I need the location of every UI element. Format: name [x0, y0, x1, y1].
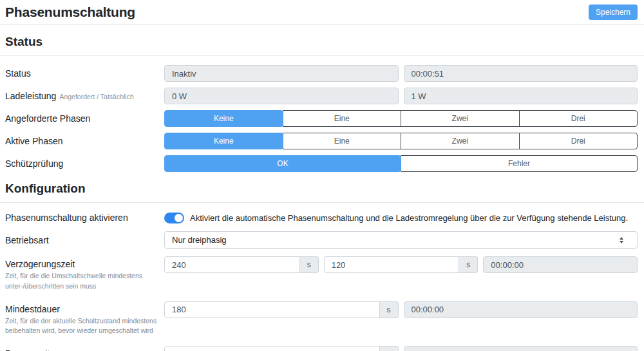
delay-time-label: Verzögerungszeit: [5, 259, 164, 269]
active-phases-option-eine[interactable]: Eine: [283, 133, 402, 149]
contactor-check-group: OK Fehler: [164, 155, 638, 172]
page-header: Phasenumschaltung Speichern: [0, 0, 644, 20]
operating-mode-select[interactable]: Nur dreiphasig: [164, 231, 638, 249]
enable-label: Phasenumschaltung aktivieren: [5, 213, 128, 223]
min-duration-unit: s: [380, 301, 399, 318]
power-actual-field: [404, 88, 638, 104]
delay-timer-field: [483, 256, 638, 273]
pause-time-row: Pausenzeit s: [5, 346, 638, 351]
status-row: Status: [5, 65, 638, 82]
min-duration-label: Mindestdauer: [5, 304, 164, 314]
min-duration-timer-field: [404, 301, 638, 318]
contactor-check-row: Schützprüfung OK Fehler: [5, 155, 638, 172]
contactor-check-label-cell: Schützprüfung: [5, 158, 164, 169]
operating-mode-value: Nur dreiphasig: [172, 235, 227, 245]
contactor-check-label: Schützprüfung: [5, 158, 63, 169]
delay-down-input[interactable]: [324, 256, 460, 273]
operating-mode-label-cell: Betriebsart: [5, 234, 164, 246]
toggle-knob-icon: [175, 214, 183, 222]
requested-phases-option-zwei[interactable]: Zwei: [401, 110, 520, 127]
page-title: Phasenumschaltung: [5, 5, 135, 20]
min-duration-help: Zeit, für die der aktuelle Schaltzustand…: [5, 316, 160, 337]
pause-time-input-group: s: [164, 346, 399, 351]
requested-phases-option-keine[interactable]: Keine: [164, 110, 283, 127]
config-section: Phasenumschaltung aktivieren Aktiviert d…: [0, 203, 644, 351]
delay-down-input-group: s: [324, 256, 478, 273]
requested-phases-label-cell: Angeforderte Phasen: [5, 113, 164, 124]
charging-power-label: Ladeleistung: [5, 91, 56, 101]
delay-down-unit: s: [459, 256, 478, 273]
pause-time-unit: s: [380, 346, 399, 351]
status-timer-field: [404, 65, 638, 82]
min-duration-label-cell: Mindestdauer Zeit, für die der aktuelle …: [5, 301, 164, 337]
config-section-title: Konfiguration: [5, 182, 638, 196]
pause-time-timer-field: [404, 346, 638, 351]
select-arrows-icon: [620, 237, 623, 243]
contactor-check-option-ok[interactable]: OK: [164, 155, 401, 172]
contactor-check-option-fehler[interactable]: Fehler: [401, 155, 638, 172]
active-phases-option-zwei[interactable]: Zwei: [401, 133, 520, 149]
active-phases-label: Aktive Phasen: [5, 136, 63, 146]
charging-power-row: LadeleistungAngefordert / Tatsächlich: [5, 88, 638, 104]
min-duration-row: Mindestdauer Zeit, für die der aktuelle …: [5, 301, 638, 337]
power-requested-field: [164, 88, 399, 104]
delay-time-row: Verzögerungszeit Zeit, für die die Umsch…: [5, 256, 638, 292]
enable-row: Phasenumschaltung aktivieren Aktiviert d…: [5, 212, 638, 223]
requested-phases-option-drei[interactable]: Drei: [519, 110, 638, 127]
charging-power-sublabel: Angefordert / Tatsächlich: [59, 93, 133, 100]
status-section-title: Status: [5, 35, 638, 49]
status-label-cell: Status: [5, 68, 164, 79]
requested-phases-option-eine[interactable]: Eine: [283, 110, 402, 127]
requested-phases-label: Angeforderte Phasen: [5, 113, 90, 124]
operating-mode-row: Betriebsart Nur dreiphasig: [5, 231, 638, 249]
requested-phases-group: Keine Eine Zwei Drei: [164, 110, 638, 127]
status-value-field: [164, 65, 399, 82]
requested-phases-row: Angeforderte Phasen Keine Eine Zwei Drei: [5, 110, 638, 127]
status-section: Status LadeleistungAngefordert / Tatsäch…: [0, 56, 644, 172]
min-duration-input[interactable]: [164, 301, 380, 318]
enable-description: Aktiviert die automatische Phasenumschal…: [190, 213, 628, 223]
delay-up-unit: s: [300, 256, 319, 273]
operating-mode-label: Betriebsart: [5, 235, 49, 245]
save-button[interactable]: Speichern: [589, 5, 638, 20]
delay-time-label-cell: Verzögerungszeit Zeit, für die die Umsch…: [5, 256, 164, 292]
enable-toggle[interactable]: [164, 213, 184, 223]
pause-time-label-cell: Pausenzeit: [5, 346, 164, 351]
pause-time-input[interactable]: [164, 346, 380, 351]
header-divider: [0, 24, 644, 25]
delay-up-input[interactable]: [164, 256, 300, 273]
active-phases-group: Keine Eine Zwei Drei: [164, 133, 638, 149]
delay-up-input-group: s: [164, 256, 319, 273]
enable-label-cell: Phasenumschaltung aktivieren: [5, 212, 164, 223]
active-phases-label-cell: Aktive Phasen: [5, 135, 164, 147]
active-phases-option-keine[interactable]: Keine: [164, 133, 283, 149]
delay-time-help: Zeit, für die die Umschaltschwelle minde…: [5, 271, 160, 292]
active-phases-row: Aktive Phasen Keine Eine Zwei Drei: [5, 133, 638, 149]
min-duration-input-group: s: [164, 301, 399, 318]
charging-power-label-cell: LadeleistungAngefordert / Tatsächlich: [5, 90, 164, 102]
status-label: Status: [5, 68, 31, 79]
pause-time-label: Pausenzeit: [5, 348, 164, 351]
active-phases-option-drei[interactable]: Drei: [519, 133, 638, 149]
